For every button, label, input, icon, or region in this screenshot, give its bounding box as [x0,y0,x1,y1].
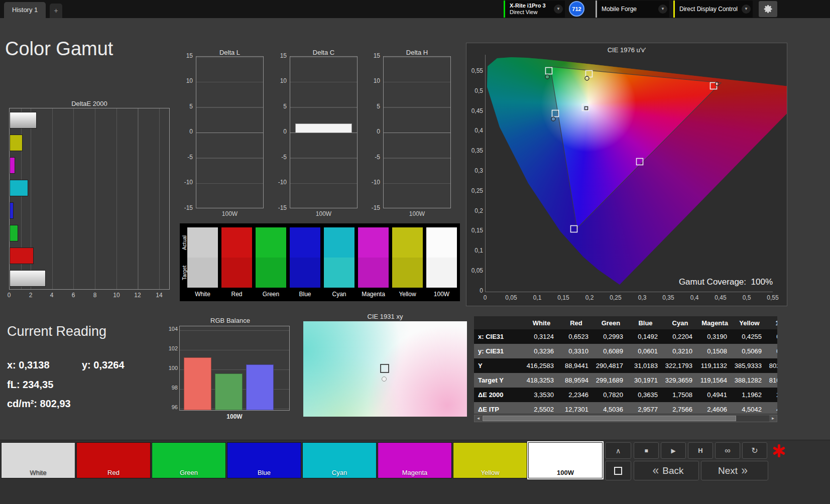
pattern-button-magenta[interactable]: Magenta [378,442,452,478]
histogram-mode-button[interactable]: H [688,442,713,459]
chart-title: CIE 1976 u'v' [466,46,787,54]
next-label: Next [718,465,738,476]
pattern-button-cyan[interactable]: Cyan [302,442,377,478]
pattern-bar: White Red Green Blue Cyan Magenta Yellow… [0,440,830,504]
table-horizontal-scrollbar[interactable]: ◄ ► [474,415,777,422]
play-button[interactable]: ▶ [661,442,686,459]
pattern-source-dropdown[interactable]: Mobile Forge ▼ [596,1,669,18]
axis-tick-label: 0,25 [468,187,483,194]
reading-y: y: 0,3264 [82,359,125,371]
pattern-button-green[interactable]: Green [152,442,226,478]
cell: 0,2204 [663,329,697,344]
cell: 88,9594 [559,373,594,388]
cell: 4,5042 [732,402,767,414]
bar-red [10,247,34,264]
cell: 2,9577 [628,402,663,414]
link-button[interactable]: ∞ [715,442,740,459]
cell: 0,3138 [767,329,777,344]
reading-x: x: 0,3138 [7,359,50,371]
table-row: Y 416,2583 88,9441 290,4817 31,0183 322,… [474,358,777,373]
axis-tick-label: 0 [2,292,17,299]
column-header: Blue [628,316,663,329]
axis-tick-label: -10 [176,179,193,186]
axis-tick-label: 0,1 [530,294,545,301]
axis-tick-label: -15 [176,204,193,211]
axis-tick-label: 5 [176,103,193,110]
swatch-target-cyan [324,258,354,288]
row-label: Target Y [474,373,524,388]
display-control-dropdown[interactable]: Direct Display Control ▼ [673,1,753,18]
cell: 119,1132 [697,358,732,373]
pattern-button-100w[interactable]: 100W [528,442,603,478]
deltae2000-chart: DeltaE 2000 0 2 4 6 8 10 12 14 [0,98,173,299]
cell: 0,0601 [628,344,663,358]
meter-dropdown[interactable]: X-Rite i1Pro 3 Direct View ▼ [504,1,565,18]
cell: 322,1793 [663,358,697,373]
axis-tick-label: 102 [162,345,178,351]
x-axis-line [485,292,773,292]
axis-tick-label: 0,05 [504,294,519,301]
cell: 31,0183 [628,358,663,373]
axis-tick-label: 0,2 [582,294,597,301]
scroll-right-button[interactable]: ► [769,415,777,422]
axis-tick-label: 0,35 [661,294,676,301]
add-tab-button[interactable]: + [50,4,62,18]
results-table-panel: White Red Green Blue Cyan Magenta Yellow… [474,316,777,423]
cell: 12,7301 [559,402,594,414]
chart-title: RGB Balance [171,317,290,324]
reading-luminance: cd/m²: 802,93 [7,398,71,410]
settings-button[interactable] [759,1,777,17]
cell: 418,3253 [524,373,559,388]
cell: 4,1962 [767,402,777,414]
pattern-scroll-up-button[interactable]: ∧ [605,442,631,459]
section-title: Current Reading [7,324,168,339]
stop-icon: ■ [644,447,648,454]
chevron-down-icon[interactable]: ▼ [742,5,751,14]
pattern-button-yellow[interactable]: Yellow [453,442,527,478]
axis-tick-label: -15 [270,204,287,211]
history-tab[interactable]: History 1 [4,2,46,18]
pattern-window-button[interactable] [605,461,631,480]
bar-blue [10,202,14,219]
cell: 2,5498 [767,388,777,402]
pattern-button-red[interactable]: Red [76,442,151,478]
top-bar: History 1 + X-Rite i1Pro 3 Direct View ▼… [0,0,830,18]
cell: 0,4941 [697,388,732,402]
gear-icon [763,4,773,14]
stop-button[interactable]: ■ [634,442,659,459]
column-header: Magenta [697,316,732,329]
swatch-target-white [187,258,218,288]
axis-tick-label: 0,25 [608,294,623,301]
reading-count-badge: 712 [569,1,584,17]
axis-tick-label: -10 [270,179,287,186]
pattern-label: Blue [227,469,301,476]
table-row: Target Y 418,3253 88,9594 299,1689 30,19… [474,373,777,388]
axis-tick-label: 0,45 [713,294,728,301]
axis-tick-label: -10 [363,179,380,186]
scrollbar-thumb[interactable] [483,416,736,421]
cell: 0,5069 [732,344,767,358]
back-button[interactable]: « Back [634,461,699,480]
chart-title: Delta C [290,49,358,56]
pattern-button-blue[interactable]: Blue [227,442,301,478]
table-row: y: CIE31 0,3236 0,3310 0,6089 0,0601 0,3… [474,344,777,358]
next-button[interactable]: Next » [701,461,768,480]
table-row: ΔE 2000 3,3530 2,2346 0,7820 0,3635 1,75… [474,388,777,402]
chevron-down-icon[interactable]: ▼ [658,5,667,14]
scroll-left-button[interactable]: ◄ [475,415,482,422]
swatch-label: Cyan [324,291,354,298]
red-balance-bar [184,357,211,410]
chevron-down-icon[interactable]: ▼ [554,5,563,14]
white-measured-marker [382,377,387,382]
cell: 0,1508 [697,344,732,358]
loop-button[interactable]: ↻ [742,442,767,459]
axis-tick-label: -5 [270,154,287,161]
gamut-coverage: Gamut Coverage: 100% [679,277,773,287]
axis-tick-label: 14 [152,292,167,299]
pattern-button-white[interactable]: White [1,442,75,478]
axis-tick-label: 100 [162,365,178,371]
axis-tick-label: 0,35 [468,147,483,154]
axis-tick-label: 0 [176,128,193,135]
column-header: White [524,316,559,329]
pattern-source-label: Mobile Forge [602,6,637,13]
